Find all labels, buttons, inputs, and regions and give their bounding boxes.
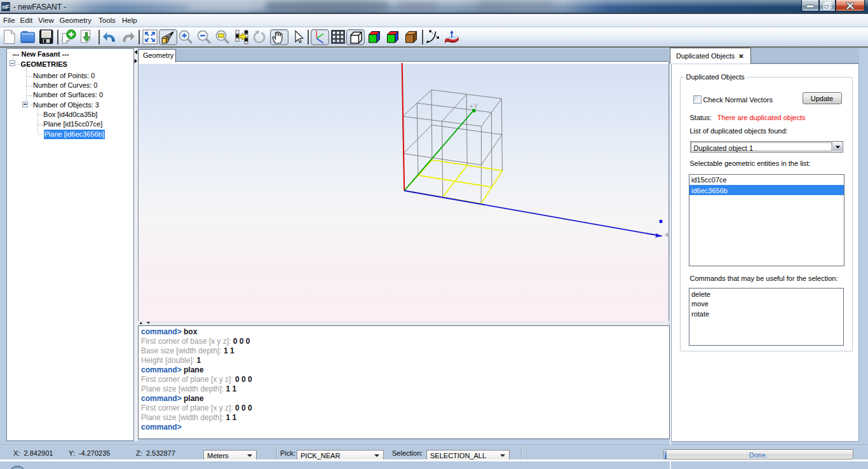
svg-text:+Y: +Y — [470, 102, 478, 110]
